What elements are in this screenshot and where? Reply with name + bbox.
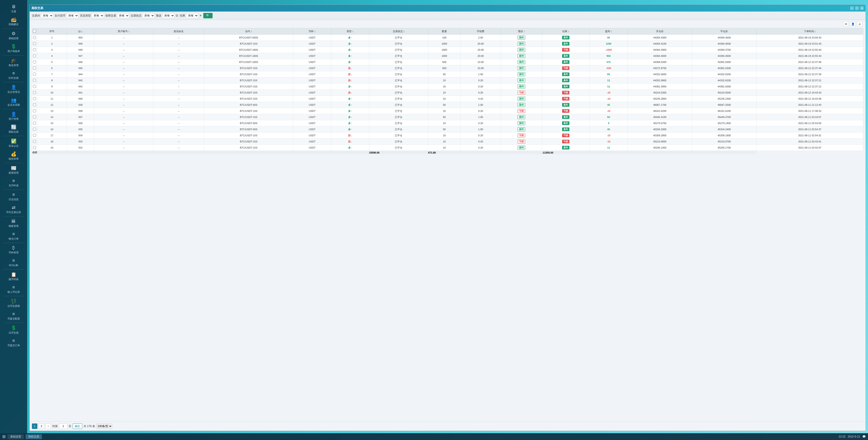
close-button[interactable]: ✕ xyxy=(860,6,864,10)
sidebar-item-realname[interactable]: ✅ 实名认证 xyxy=(0,137,27,149)
cell-close-price: 44332.6200 xyxy=(692,78,756,84)
minimize-button[interactable]: ─ xyxy=(850,6,854,10)
row-select-checkbox[interactable] xyxy=(33,97,36,100)
select-all-checkbox[interactable] xyxy=(33,30,36,33)
search-button[interactable]: 🔍 xyxy=(203,13,213,18)
cell-account: -- xyxy=(94,41,153,47)
sidebar-item-currency-record[interactable]: ⇄ 币市交易记录 xyxy=(0,203,27,216)
table-container[interactable]: 序号 ID ↕ 用户账号 ↕ 真实姓名 合约 ↕ 币种 ↕ 类型 ↕ 交易状态 … xyxy=(30,28,866,421)
maximize-button[interactable]: □ xyxy=(855,6,859,10)
sidebar-item-coin-list[interactable]: 📋 撮币列表 xyxy=(0,270,27,283)
cell-id: 941 xyxy=(67,90,94,96)
filter-buy-sell-select[interactable]: 所有 xyxy=(92,13,104,18)
row-select-checkbox[interactable] xyxy=(33,122,36,124)
row-select-checkbox[interactable] xyxy=(33,146,36,149)
sidebar-label-wallet: 钱包管理 xyxy=(9,157,19,160)
sidebar-item-user-mgmt[interactable]: 👤 用户管理 xyxy=(0,110,27,122)
filter-preset-select[interactable]: 所有 xyxy=(162,13,175,18)
page-jump-input[interactable] xyxy=(59,423,67,429)
sidebar-item-home[interactable]: 🖥 主题 xyxy=(0,2,27,15)
taskbar-basic-settings[interactable]: 基础设置 xyxy=(7,434,24,439)
table-body: 1 950 -- -- BTC/USDT-500S USDT 多↑ 已平仓 10… xyxy=(32,35,863,151)
cell-close-price: 45200.1700 xyxy=(692,145,756,151)
row-checkbox xyxy=(32,139,37,145)
filter-trade-pair-label: 交易对 xyxy=(32,14,40,18)
page-confirm-button[interactable]: 确定 xyxy=(73,423,82,429)
cell-result: 盈利 xyxy=(542,41,590,47)
sidebar-item-recharge[interactable]: ≡ 充币申请 xyxy=(0,176,27,189)
sidebar-divider-12 xyxy=(3,323,25,323)
filter-trade-status-select[interactable]: 所有 xyxy=(143,13,155,18)
home-icon: 🖥 xyxy=(11,4,16,9)
table-export-btn[interactable]: 👤 xyxy=(850,21,856,27)
sidebar-item-fiat-trade[interactable]: 💲 法币交易 xyxy=(0,323,27,336)
cell-preset: 盈利 xyxy=(501,41,542,47)
row-select-checkbox[interactable] xyxy=(33,60,36,63)
page-1-btn[interactable]: 1 xyxy=(32,423,37,429)
sidebar-item-wallet[interactable]: 💰 钱包管理 xyxy=(0,149,27,163)
table-view-btn[interactable]: ⊞ xyxy=(843,21,849,27)
row-select-checkbox[interactable] xyxy=(33,128,36,131)
sidebar-item-leverage[interactable]: ≡ 杠杆交易 xyxy=(0,69,27,82)
row-select-checkbox[interactable] xyxy=(33,134,36,137)
row-select-checkbox[interactable] xyxy=(33,140,36,143)
sidebar-item-coin-treasure[interactable]: ≡ 币盈宝配置 xyxy=(0,310,27,322)
start-icon[interactable]: ⊞ xyxy=(2,434,6,439)
cell-open-price: 45210.0000 xyxy=(627,139,692,145)
cell-type: 跌↓ xyxy=(331,90,369,96)
sidebar-item-role-mgmt[interactable]: 🎓 角色管理 xyxy=(0,56,27,69)
sidebar-item-merchant[interactable]: 🏛 商家管理 xyxy=(0,217,27,230)
per-page-select[interactable]: 100条/页 50条/页 20条/页 xyxy=(96,423,112,429)
sidebar-item-ieo[interactable]: ≡ IEO认购 xyxy=(0,256,27,269)
sidebar-item-basic-settings[interactable]: ⚙ 基础设置 xyxy=(0,29,27,42)
sidebar-item-coin-mgmt[interactable]: ₿ 币种管理 xyxy=(0,243,27,256)
sidebar-item-member-rel[interactable]: 👥 会员关系图 xyxy=(0,95,27,109)
cell-id: 949 xyxy=(67,41,94,47)
row-select-checkbox[interactable] xyxy=(33,103,36,106)
row-select-checkbox[interactable] xyxy=(33,48,36,51)
cell-seq: 4 xyxy=(37,53,67,59)
row-select-checkbox[interactable] xyxy=(33,109,36,112)
row-select-checkbox[interactable] xyxy=(33,36,36,39)
sidebar-item-daily[interactable]: ≡ 日志信息 xyxy=(0,190,27,203)
row-select-checkbox[interactable] xyxy=(33,42,36,45)
sidebar-item-coin-record2[interactable]: ≡ 锁上币记录 xyxy=(0,283,27,295)
sidebar-item-fiat[interactable]: 💱 法币交易票 xyxy=(0,297,27,310)
row-select-checkbox[interactable] xyxy=(33,73,36,76)
cell-currency: USDT xyxy=(293,84,331,90)
filter-currency-select[interactable]: 所有 xyxy=(66,13,79,18)
sidebar-item-investment[interactable]: 📻 投顾建议 xyxy=(0,15,27,28)
row-select-checkbox[interactable] xyxy=(33,116,36,118)
row-select-checkbox[interactable] xyxy=(33,54,36,57)
cell-contract: BTC/USDT-15S xyxy=(204,90,293,96)
sidebar-item-futures[interactable]: 🔄 期权交易 xyxy=(0,122,27,136)
sidebar-item-user-risk[interactable]: 💲 用户风险率 xyxy=(0,42,27,55)
cell-preset: 盈利 xyxy=(501,78,542,84)
cell-id: 940 xyxy=(67,96,94,102)
table-print-btn[interactable]: 🖨 xyxy=(857,21,862,27)
filter-result-select[interactable]: 所有 xyxy=(186,13,198,18)
row-select-checkbox[interactable] xyxy=(33,66,36,69)
row-select-checkbox[interactable] xyxy=(33,79,36,82)
filter-secure-trade-select[interactable]: 所有 xyxy=(117,13,129,18)
cell-order-time: 2021-08-12 22:37:44 xyxy=(756,65,863,71)
cell-contract: BTC/USDT-15S xyxy=(204,71,293,78)
row-select-checkbox[interactable] xyxy=(33,91,36,94)
coin-icon: ₿ xyxy=(12,245,15,251)
cell-currency: USDT xyxy=(293,102,331,108)
cell-currency: USDT xyxy=(293,145,331,151)
cell-close-price: 45235.2300 xyxy=(692,96,756,102)
page-next-btn[interactable]: › xyxy=(45,423,51,429)
sidebar-item-lock-order[interactable]: ≡ 锁仓订单 xyxy=(0,230,27,242)
sidebar-item-backend-admin[interactable]: 👤 后台管理员 xyxy=(0,83,27,95)
page-2-btn[interactable]: 2 xyxy=(39,423,44,429)
row-select-checkbox[interactable] xyxy=(33,85,36,88)
chat-icon[interactable]: 💬 xyxy=(862,435,866,438)
taskbar-futures-trade[interactable]: 期权交易 xyxy=(26,434,42,439)
sidebar-item-coin-order[interactable]: ≡ 币盈宝订单 xyxy=(0,336,27,349)
col-profit: 盈利 ↕ xyxy=(590,28,627,35)
sidebar-item-news[interactable]: 📰 新闻管理 xyxy=(0,164,27,176)
cell-close-price: 44394.4500 xyxy=(692,41,756,47)
cell-order-time: 2021-08-11 02:54:31 xyxy=(756,133,863,139)
filter-trade-pair-select[interactable]: 所有 xyxy=(41,13,53,18)
